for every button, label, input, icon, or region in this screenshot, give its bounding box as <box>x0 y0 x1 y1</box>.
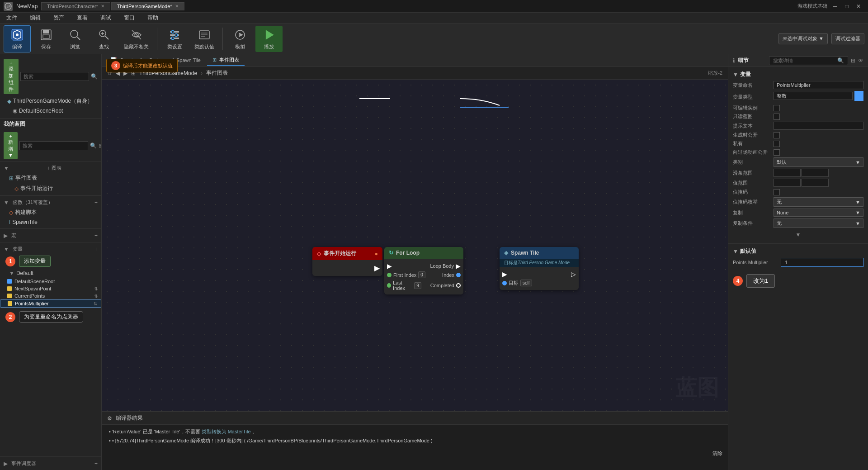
bitmask-label: 位掩码 <box>733 189 774 195</box>
simulate-btn[interactable]: 模拟 <box>226 26 254 52</box>
tooltip-input[interactable] <box>774 122 863 130</box>
category-dropdown[interactable]: 默认 ▼ <box>774 157 863 167</box>
points-multiplier-input[interactable] <box>781 258 863 267</box>
view-options-icon[interactable]: ⊞ <box>99 142 102 149</box>
tree-spawn-tile[interactable]: f SpawnTile <box>0 218 101 227</box>
private-checkbox[interactable] <box>774 141 780 147</box>
variables-header[interactable]: ▼ 变量 + <box>0 244 101 254</box>
menu-file[interactable]: 文件 <box>4 13 20 23</box>
functions-header[interactable]: ▼ 函数（31可覆盖） + <box>0 198 101 207</box>
compile-btn[interactable]: 编译 <box>4 25 31 52</box>
menu-window[interactable]: 窗口 <box>121 13 137 23</box>
tab-event-graph[interactable]: ⊞ 事件图表 <box>207 55 245 66</box>
prop-spawn-public: 生成时公开 <box>733 132 863 138</box>
spawn-tile-node[interactable]: ◈ Spawn Tile 目标是Third Person Game Mode ▶… <box>500 247 579 290</box>
prop-cinematic-public: 向过场动画公开 <box>733 149 863 156</box>
var-move-icon[interactable]: ⇅ <box>94 294 98 299</box>
class-label: 游戏模式基础 <box>797 3 827 9</box>
tab-close-active-icon[interactable]: ✕ <box>175 4 179 9</box>
close-btn[interactable]: ✕ <box>854 2 863 10</box>
readonly-checkbox[interactable] <box>774 114 780 120</box>
browse-btn[interactable]: 浏览 <box>61 26 89 52</box>
event-scheduler-header[interactable]: ▶ 事件调度器 + <box>0 459 101 468</box>
variables-add-icon[interactable]: + <box>94 246 98 252</box>
hide-btn[interactable]: 隐藏不相关 <box>119 26 153 52</box>
class-settings-btn[interactable]: 类设置 <box>161 26 188 52</box>
add-component-btn[interactable]: + 添加组件 <box>4 59 19 94</box>
save-btn[interactable]: 保存 <box>33 26 60 52</box>
tree-event-begin[interactable]: ◇ 事件开始运行 <box>0 183 101 194</box>
debug-dropdown[interactable]: 未选中调试对象 ▼ <box>778 33 828 44</box>
bitmask-enum-dropdown[interactable]: 无 ▼ <box>774 197 863 207</box>
details-view-icon[interactable]: ⊞ <box>851 57 855 64</box>
menu-edit[interactable]: 编辑 <box>27 13 43 23</box>
var-group-default: ▼ Default <box>0 269 101 278</box>
component-search-input[interactable] <box>20 72 89 81</box>
tab-close-icon[interactable]: ✕ <box>101 4 104 9</box>
graph-section-add-icon[interactable]: + <box>47 165 50 171</box>
slider-range-min[interactable] <box>774 169 801 177</box>
tree-build-script[interactable]: ◇ 构建脚本 <box>0 207 101 218</box>
rep-condition-dropdown[interactable]: 无 ▼ <box>774 218 863 228</box>
event-begin-node[interactable]: ◇ 事件开始运行 ● ▶ <box>312 247 382 276</box>
var-move-icon[interactable]: ⇅ <box>94 301 97 306</box>
macros-add-icon[interactable]: + <box>94 233 98 239</box>
class-defaults-btn[interactable]: 类默认值 <box>190 26 219 52</box>
minimize-btn[interactable]: ─ <box>831 2 839 10</box>
slider-range-max[interactable] <box>802 169 829 177</box>
macros-header[interactable]: ▶ 宏 + <box>0 231 101 240</box>
spawn-public-checkbox[interactable] <box>774 132 780 138</box>
blueprint-search-input[interactable] <box>19 141 88 150</box>
event-scheduler-add-icon[interactable]: + <box>94 461 98 467</box>
expand-more-btn[interactable]: ▼ <box>733 230 863 240</box>
debug-filter[interactable]: 调试过滤器 <box>831 33 864 44</box>
menu-asset[interactable]: 资产 <box>51 13 67 23</box>
tree-item-sceneroot[interactable]: ◉ DefaultSceneRoot <box>4 106 98 115</box>
varname-input[interactable] <box>774 81 863 89</box>
details-search-input[interactable] <box>773 58 835 63</box>
details-eye-icon[interactable]: 👁 <box>858 57 863 64</box>
functions-add-icon[interactable]: + <box>94 199 98 206</box>
zoom-indicator: 缩放-2 <box>708 70 722 76</box>
var-move-icon[interactable]: ⇅ <box>94 286 98 291</box>
bitmask-checkbox[interactable] <box>774 189 780 195</box>
graph-section-header[interactable]: ▼ + 图表 <box>0 163 101 173</box>
replication-dropdown[interactable]: None ▼ <box>774 209 863 217</box>
blueprint-canvas[interactable]: ◇ 事件开始运行 ● ▶ ↻ For Loop <box>102 80 728 411</box>
menu-view[interactable]: 查看 <box>74 13 90 23</box>
tab-thirdperson-character[interactable]: ThirdPersonCharacter* ✕ <box>41 2 110 10</box>
find-btn[interactable]: 查找 <box>90 26 118 52</box>
value-range-min[interactable] <box>774 179 801 187</box>
var-currentpoints[interactable]: CurrentPoints ⇅ <box>0 292 101 299</box>
bullet-2: • <box>109 438 112 443</box>
forloop-node[interactable]: ↻ For Loop ▶ Loop Body ▶ <box>384 247 463 294</box>
var-nextspawnpoint[interactable]: NextSpawnPoint ⇅ <box>0 285 101 292</box>
variables-props-collapse-icon: ▼ <box>733 71 738 78</box>
var-pointsmultiplier[interactable]: PointsMultiplier ⇅ <box>0 299 101 308</box>
var-defaultsceneroot[interactable]: DefaultSceneRoot <box>0 278 101 285</box>
tab-thirdperson-gamemode[interactable]: ThirdPersonGameMode* ✕ <box>111 2 184 10</box>
vartype-input[interactable] <box>774 92 853 100</box>
play-btn[interactable]: 播放 <box>255 26 283 52</box>
change-to-1-btn[interactable]: 改为1 <box>746 274 775 288</box>
tree-event-graph[interactable]: ⊞ 事件图表 <box>0 173 101 183</box>
components-section: + 添加组件 🔍 ◆ ThirdPersonGameMode（自身） ◉ Def… <box>0 54 101 119</box>
vartype-color-btn[interactable] <box>854 91 863 101</box>
clear-btn[interactable]: 清除 <box>712 450 722 457</box>
cinematic-public-checkbox[interactable] <box>774 149 780 156</box>
right-panel-header: ℹ 细节 🔍 ⊞ 👁 <box>728 54 868 67</box>
value-range-max[interactable] <box>802 179 829 187</box>
maximize-btn[interactable]: □ <box>843 2 851 10</box>
menu-help[interactable]: 帮助 <box>145 13 161 23</box>
completed-pin <box>456 283 461 288</box>
output-link-1[interactable]: 类型转换为 MasterTile <box>202 429 251 434</box>
breadcrumb-eventgraph[interactable]: 事件图表 <box>206 69 228 77</box>
prop-bitmask-enum: 位掩码枚举 无 ▼ <box>733 197 863 207</box>
value-range-label: 值范围 <box>733 180 774 186</box>
editable-checkbox[interactable] <box>774 105 780 111</box>
menu-debug[interactable]: 调试 <box>98 13 114 23</box>
bottom-panel-header: ⚙ 编译器结果 <box>102 412 728 425</box>
add-variable-btn[interactable]: 添加变量 <box>19 256 51 267</box>
new-item-btn[interactable]: + 新增 ▼ <box>4 132 18 159</box>
tree-item-gamemode[interactable]: ◆ ThirdPersonGameMode（自身） <box>4 96 98 106</box>
